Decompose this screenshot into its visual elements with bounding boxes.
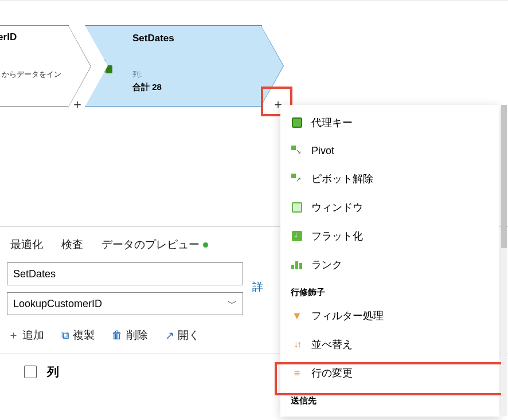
menu-filter[interactable]: ▼ フィルター処理 [280, 301, 499, 330]
menu-rank[interactable]: ランク [280, 250, 499, 279]
select-all-checkbox[interactable] [24, 366, 37, 378]
window-icon [291, 201, 303, 214]
tab-inspect[interactable]: 検査 [61, 237, 83, 252]
open-button[interactable]: ↗開く [165, 328, 200, 343]
node-description: ner からデータをイン [0, 46, 68, 80]
highlight-alter-row [275, 362, 504, 395]
derived-column-icon: ↳ [85, 25, 125, 107]
node-title: SetDates [132, 33, 256, 44]
pivot-icon [291, 144, 303, 157]
select-value: LookupCustomerID [13, 298, 102, 310]
node-customer-id[interactable]: merID ner からデータをイン [0, 25, 69, 107]
preview-status-dot [203, 242, 208, 248]
menu-surrogate-key[interactable]: 代理キー [280, 108, 499, 137]
incoming-stream-select[interactable]: LookupCustomerID ﹀ [7, 292, 243, 315]
menu-sort[interactable]: ↓↑ 並べ替え [280, 330, 499, 359]
menu-pivot[interactable]: Pivot [280, 137, 499, 164]
details-link[interactable]: 詳 [252, 280, 263, 295]
node-title: merID [0, 26, 68, 46]
unpivot-icon [291, 172, 303, 185]
columns-label: 列: [132, 69, 256, 80]
tab-optimize[interactable]: 最適化 [10, 237, 43, 252]
columns-total: 合計 28 [132, 82, 256, 93]
flatten-icon [291, 230, 303, 242]
surrogate-key-icon [291, 116, 303, 129]
copy-icon: ⧉ [61, 329, 69, 342]
output-stream-name-input[interactable] [7, 262, 243, 285]
delete-button[interactable]: 🗑削除 [112, 328, 148, 343]
node-setdates[interactable]: ↳ SetDates 列: 合計 28 [85, 25, 287, 107]
copy-button[interactable]: ⧉複製 [61, 328, 95, 343]
chevron-down-icon: ﹀ [228, 298, 237, 310]
menu-unpivot[interactable]: ピボット解除 [280, 164, 499, 193]
plus-icon: ＋ [8, 328, 19, 343]
menu-flatten[interactable]: フラット化 [280, 222, 499, 250]
sort-icon: ↓↑ [291, 338, 303, 351]
columns-label: 列 [47, 364, 59, 380]
add-step-button[interactable]: ＋ [71, 96, 84, 113]
open-icon: ↗ [165, 329, 174, 342]
menu-scrollbar[interactable] [501, 105, 507, 416]
menu-section-row-modifier: 行修飾子 [280, 279, 499, 301]
menu-window[interactable]: ウィンドウ [280, 193, 499, 222]
add-button[interactable]: ＋追加 [8, 328, 44, 343]
tab-data-preview[interactable]: データのプレビュー [101, 237, 208, 252]
rank-icon [291, 258, 303, 271]
filter-icon: ▼ [291, 309, 303, 322]
trash-icon: 🗑 [112, 329, 123, 342]
